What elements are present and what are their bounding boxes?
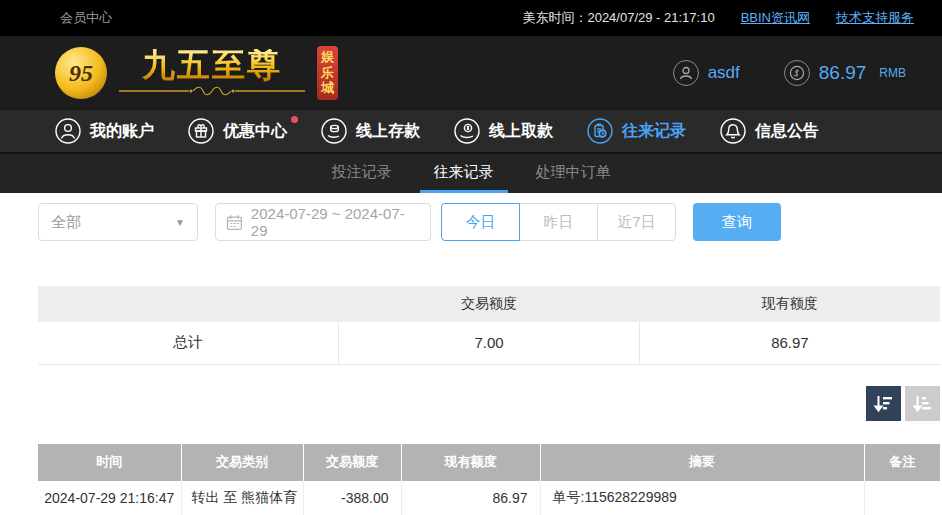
sort-ascending-button[interactable] — [905, 386, 940, 421]
nav-withdraw[interactable]: 线上取款 — [454, 118, 553, 144]
main-nav: 我的账户 优惠中心 线上存款 线上取款 往来记录 — [0, 110, 942, 152]
site-logo[interactable]: 95 九五至尊 娱 乐 城 — [55, 46, 338, 101]
tab-transaction-records[interactable]: 往来记录 — [420, 154, 508, 193]
range-7days-button[interactable]: 近7日 — [597, 203, 676, 241]
header: 95 九五至尊 娱 乐 城 asdf — [0, 36, 942, 110]
tech-support-link[interactable]: 技术支持服务 — [836, 9, 914, 27]
sort-descending-button[interactable] — [866, 386, 901, 421]
balance-amount: 86.97 — [819, 62, 867, 84]
summary-header-current: 现有额度 — [639, 286, 940, 322]
user-icon — [55, 118, 81, 144]
tab-pending-orders[interactable]: 处理中订单 — [522, 154, 625, 193]
bell-icon — [720, 118, 746, 144]
cell-time: 2024-07-29 21:16:47 — [38, 481, 181, 515]
type-select-value: 全部 — [51, 213, 81, 232]
logo-subtitle: 娱 乐 城 — [317, 46, 338, 101]
range-button-group: 今日 昨日 近7日 — [441, 203, 676, 241]
summary-header-empty — [38, 286, 339, 322]
calendar-icon — [226, 214, 243, 231]
col-header-balance: 现有额度 — [401, 444, 540, 481]
summary-header-row: 交易额度 现有额度 — [38, 286, 940, 322]
promo-badge — [291, 116, 298, 123]
cell-summary: 单号:115628229989 — [540, 481, 864, 515]
col-header-note: 备注 — [864, 444, 940, 481]
dollar-icon — [784, 60, 810, 86]
member-center-label: 会员中心 — [60, 9, 112, 27]
logo-flourish-icon — [117, 85, 307, 97]
cell-type: 转出 至 熊猫体育 — [181, 481, 303, 515]
summary-header-trade: 交易额度 — [339, 286, 640, 322]
summary-trade-amount: 7.00 — [339, 322, 640, 364]
nav-promotions[interactable]: 优惠中心 — [188, 118, 287, 144]
cell-amount: -388.00 — [303, 481, 401, 515]
username: asdf — [708, 63, 740, 83]
cell-balance: 86.97 — [401, 481, 540, 515]
summary-table: 交易额度 现有额度 总计 7.00 86.97 — [38, 286, 940, 365]
sub-nav: 投注记录 往来记录 处理中订单 — [0, 152, 942, 193]
account-balance[interactable]: 86.97 RMB — [784, 60, 906, 86]
sort-ascending-icon — [912, 393, 933, 414]
summary-current-amount: 86.97 — [639, 322, 940, 364]
tab-bet-records[interactable]: 投注记录 — [318, 154, 406, 193]
deposit-icon — [321, 118, 347, 144]
table-row: 2024-07-29 21:16:47 转出 至 熊猫体育 -388.00 86… — [38, 481, 940, 515]
gift-icon — [188, 118, 214, 144]
server-time: 美东时间：2024/07/29 - 21:17:10 — [522, 9, 714, 27]
summary-total-label: 总计 — [38, 322, 339, 364]
summary-total-row: 总计 7.00 86.97 — [38, 322, 940, 364]
range-today-button[interactable]: 今日 — [441, 203, 520, 241]
filter-bar: 全部 ▼ 2024-07-29 ~ 2024-07-29 今日 昨日 近7日 查… — [38, 203, 942, 241]
search-button[interactable]: 查询 — [693, 203, 781, 241]
nav-transaction-records[interactable]: 往来记录 — [587, 118, 686, 144]
col-header-type: 交易类别 — [181, 444, 303, 481]
col-header-time: 时间 — [38, 444, 181, 481]
sort-controls — [38, 386, 940, 421]
balance-currency: RMB — [879, 66, 906, 80]
col-header-amount: 交易额度 — [303, 444, 401, 481]
user-avatar-icon — [673, 60, 699, 86]
sort-descending-icon — [873, 393, 894, 414]
nav-announcements[interactable]: 信息公告 — [720, 118, 819, 144]
nav-my-account[interactable]: 我的账户 — [55, 118, 154, 144]
range-yesterday-button[interactable]: 昨日 — [519, 203, 598, 241]
date-range-input[interactable]: 2024-07-29 ~ 2024-07-29 — [215, 203, 431, 241]
logo-title: 九五至尊 — [142, 49, 282, 82]
type-select[interactable]: 全部 ▼ — [38, 203, 198, 241]
bbin-news-link[interactable]: BBIN资讯网 — [741, 9, 810, 27]
cell-note — [864, 481, 940, 515]
withdraw-icon — [454, 118, 480, 144]
account-user[interactable]: asdf — [673, 60, 740, 86]
nav-deposit[interactable]: 线上存款 — [321, 118, 420, 144]
transactions-table: 时间 交易类别 交易额度 现有额度 摘要 备注 2024-07-29 21:16… — [38, 444, 940, 515]
topbar: 会员中心 美东时间：2024/07/29 - 21:17:10 BBIN资讯网 … — [0, 0, 942, 36]
date-range-value: 2024-07-29 ~ 2024-07-29 — [251, 205, 420, 239]
logo-monogram-icon: 95 — [55, 47, 107, 99]
content: 全部 ▼ 2024-07-29 ~ 2024-07-29 今日 昨日 近7日 查… — [0, 193, 942, 515]
transactions-header-row: 时间 交易类别 交易额度 现有额度 摘要 备注 — [38, 444, 940, 481]
col-header-summary: 摘要 — [540, 444, 864, 481]
records-icon — [587, 118, 613, 144]
chevron-down-icon: ▼ — [175, 217, 185, 228]
